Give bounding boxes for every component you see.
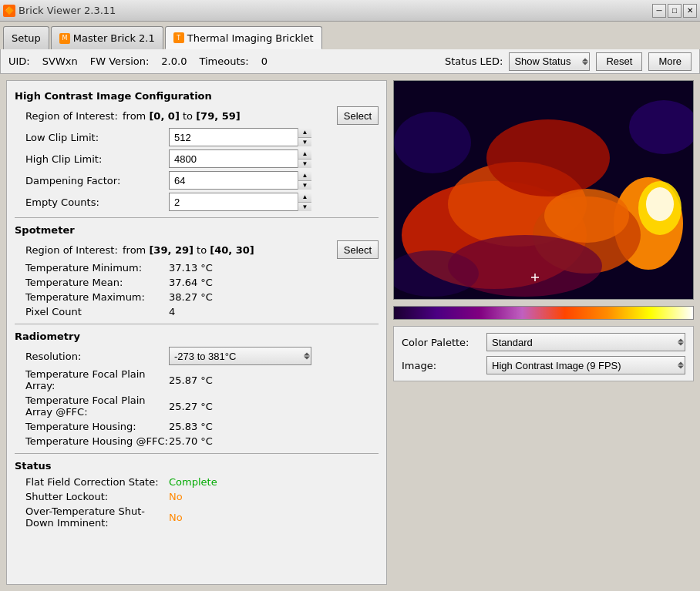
housing-label: Temperature Housing: [15, 421, 169, 432]
temp-max-value: 38.27 °C [169, 291, 379, 303]
dampening-row: Dampening Factor: ▲ ▼ [15, 171, 379, 190]
high-clip-input[interactable] [169, 149, 311, 168]
dampening-label: Dampening Factor: [15, 175, 169, 186]
low-clip-down[interactable]: ▼ [298, 138, 311, 147]
low-clip-input[interactable] [169, 128, 311, 146]
empty-counts-label: Empty Counts: [15, 196, 169, 208]
shutter-value: No [169, 491, 379, 502]
low-clip-spinbox-wrapper: ▲ ▼ [169, 128, 311, 146]
spot-roi-row: Region of Interest: from [39, 29] to [40… [15, 240, 379, 259]
svg-point-8 [544, 189, 629, 243]
pixel-count-row: Pixel Count 4 [15, 306, 379, 317]
empty-counts-spinbox-wrapper: ▲ ▼ [169, 193, 311, 211]
dampening-up[interactable]: ▲ [298, 171, 311, 181]
svg-point-9 [394, 112, 471, 173]
main-content: High Contrast Image Configuration Region… [0, 74, 700, 591]
minimize-button[interactable]: ─ [652, 4, 666, 18]
empty-counts-row: Empty Counts: ▲ ▼ [15, 193, 379, 211]
temp-max-label: Temperature Maximum: [15, 291, 169, 303]
svg-point-3 [486, 119, 610, 196]
low-clip-arrows: ▲ ▼ [298, 128, 311, 146]
reset-button[interactable]: Reset [596, 52, 642, 71]
svg-point-6 [646, 187, 674, 221]
maximize-button[interactable]: □ [668, 4, 681, 18]
tab-master-brick[interactable]: M Master Brick 2.1 [51, 26, 163, 49]
spot-roi-value: from [39, 29] to [40, 30] [123, 244, 332, 256]
ffc-row: Flat Field Correction State: Complete [15, 476, 379, 488]
image-type-row: Image: High Contrast Image (9 FPS) Tempe… [402, 356, 685, 374]
dampening-arrows: ▲ ▼ [298, 171, 311, 190]
close-button[interactable]: ✕ [683, 4, 697, 18]
image-controls: Color Palette: Standard Ironbow Grayscal… [393, 326, 694, 381]
low-clip-up[interactable]: ▲ [298, 128, 311, 138]
housing-ffc-row: Temperature Housing @FFC: 25.70 °C [15, 435, 379, 447]
dampening-down[interactable]: ▼ [298, 181, 311, 190]
over-temp-label: Over-Temperature Shut-Down Imminent: [15, 505, 169, 529]
spot-roi-to: [40, 30] [210, 244, 254, 256]
empty-counts-down[interactable]: ▼ [298, 203, 311, 212]
hc-roi-label: Region of Interest: [15, 110, 123, 122]
divider-3 [15, 453, 379, 454]
spot-roi-select-button[interactable]: Select [337, 240, 379, 259]
status-led-label: Status LED: [445, 55, 503, 67]
window-controls: ─ □ ✕ [652, 4, 697, 18]
divider-2 [15, 324, 379, 324]
master-brick-icon: M [59, 33, 70, 44]
resolution-select-wrapper: -273 to 381°C 0 to 655°C [169, 347, 311, 365]
hc-roi-select-button[interactable]: Select [337, 106, 379, 125]
image-select[interactable]: High Contrast Image (9 FPS) Temperature … [486, 356, 685, 374]
color-palette-select[interactable]: Standard Ironbow Grayscale [486, 333, 685, 351]
tab-thermal-imaging[interactable]: T Thermal Imaging Bricklet [165, 26, 322, 49]
color-palette-label: Color Palette: [402, 337, 486, 348]
empty-counts-up[interactable]: ▲ [298, 193, 311, 203]
dampening-input[interactable] [169, 171, 311, 190]
temp-min-value: 37.13 °C [169, 262, 379, 274]
high-clip-row: High Clip Limit: ▲ ▼ [15, 149, 379, 168]
spotmeter-title: Spotmeter [15, 224, 379, 236]
color-palette-select-wrapper: Standard Ironbow Grayscale [486, 333, 685, 351]
housing-value: 25.83 °C [169, 421, 379, 432]
pixel-count-label: Pixel Count [15, 306, 169, 317]
high-clip-arrows: ▲ ▼ [298, 149, 311, 168]
app-icon: 🔶 [3, 5, 15, 17]
high-clip-down[interactable]: ▼ [298, 160, 311, 169]
tabs-bar: Setup M Master Brick 2.1 T Thermal Imagi… [0, 22, 700, 49]
fw-value: 2.0.0 [161, 55, 187, 67]
hc-roi-row: Region of Interest: from [0, 0] to [79, … [15, 106, 379, 125]
ffc-label: Flat Field Correction State: [15, 476, 169, 488]
high-contrast-title: High Contrast Image Configuration [15, 90, 379, 102]
housing-row: Temperature Housing: 25.83 °C [15, 421, 379, 432]
over-temp-value: No [169, 512, 379, 523]
temp-min-row: Temperature Minimum: 37.13 °C [15, 262, 379, 274]
tab-setup[interactable]: Setup [3, 26, 49, 49]
hc-roi-from: [0, 0] [149, 110, 179, 122]
hc-roi-to: [79, 59] [196, 110, 241, 122]
high-clip-up[interactable]: ▲ [298, 149, 311, 160]
uid-value: SVWxn [42, 55, 78, 67]
temp-mean-value: 37.64 °C [169, 277, 379, 288]
status-bar-right: Status LED: Show Status Enabled Disabled… [445, 52, 692, 71]
hc-roi-value: from [0, 0] to [79, 59] [123, 110, 332, 122]
status-bar: UID: SVWxn FW Version: 2.0.0 Timeouts: 0… [0, 49, 700, 74]
low-clip-label: Low Clip Limit: [15, 132, 169, 143]
status-section-title: Status [15, 460, 379, 472]
pixel-count-value: 4 [169, 306, 379, 317]
tab-master-brick-label: Master Brick 2.1 [73, 32, 155, 44]
tfpa-value: 25.87 °C [169, 374, 379, 386]
tfpa-row: Temperature Focal Plain Array: 25.87 °C [15, 368, 379, 391]
shutter-row: Shutter Lockout: No [15, 491, 379, 502]
window-title: Brick Viewer 2.3.11 [19, 5, 116, 16]
spot-roi-from: [39, 29] [149, 244, 194, 256]
more-button[interactable]: More [648, 52, 692, 71]
timeouts-value: 0 [261, 55, 268, 67]
empty-counts-input[interactable] [169, 193, 311, 211]
resolution-label: Resolution: [15, 351, 169, 362]
resolution-select[interactable]: -273 to 381°C 0 to 655°C [169, 347, 311, 365]
svg-point-12 [448, 235, 602, 297]
status-led-select[interactable]: Show Status Enabled Disabled Heartbeat [509, 52, 590, 71]
color-gradient-bar [393, 306, 694, 320]
housing-ffc-label: Temperature Housing @FFC: [15, 435, 169, 447]
left-panel: High Contrast Image Configuration Region… [6, 80, 387, 585]
uid-label: UID: [8, 55, 30, 67]
temp-min-label: Temperature Minimum: [15, 262, 169, 274]
